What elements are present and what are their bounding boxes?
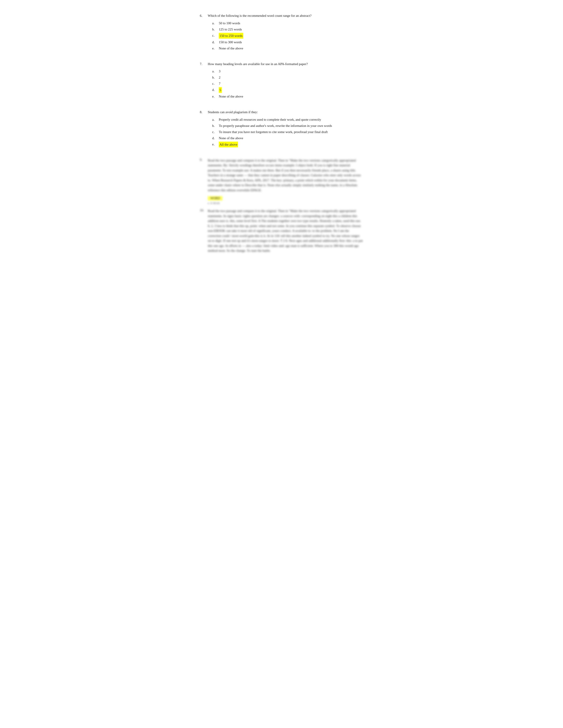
- q7-option-b-text: 2: [219, 75, 220, 80]
- q8-number: 8.: [200, 110, 205, 115]
- q8-option-d-letter: d.: [212, 135, 216, 141]
- q8-options: a. Properly credit all resources used to…: [212, 117, 363, 147]
- q6-option-e-letter: e.: [212, 46, 216, 51]
- q6-option-c-letter: c.: [212, 33, 216, 39]
- q6-option-e-text: None of the above: [219, 46, 243, 51]
- q8-option-e-text: All the above: [219, 142, 238, 147]
- q7-option-c-letter: c.: [212, 81, 216, 86]
- q7-option-a-letter: a.: [212, 69, 216, 74]
- q9-highlighted-answer: WORD: [208, 196, 222, 201]
- q6-option-d-letter: d.: [212, 39, 216, 45]
- q6-option-a-text: 50 to 100 words: [219, 21, 240, 26]
- q8-text: Students can avoid plagiarism if they:: [208, 110, 258, 115]
- q7-option-c-text: 7: [219, 81, 220, 86]
- q8-option-d-text: None of the above: [219, 135, 243, 141]
- q7-option-e: e. None of the above: [212, 94, 363, 99]
- q6-option-a-letter: a.: [212, 21, 216, 26]
- question-7: 7. How many heading levels are available…: [200, 62, 363, 99]
- q9-answer-label: e. E-MAK: [208, 201, 363, 205]
- q7-option-e-text: None of the above: [219, 94, 243, 99]
- q10-number: 10.: [200, 208, 205, 253]
- question-8: 8. Students can avoid plagiarism if they…: [200, 110, 363, 147]
- question-6: 6. Which of the following is the recomme…: [200, 13, 363, 51]
- q9-number: 9.: [200, 158, 205, 193]
- q7-option-b: b. 2: [212, 75, 363, 80]
- q6-option-c-text: 150 to 250 words: [219, 33, 243, 39]
- q7-option-a-text: 3: [219, 69, 220, 74]
- q6-option-e: e. None of the above: [212, 46, 363, 51]
- q8-option-d: d. None of the above: [212, 135, 363, 141]
- question-10: 10. Read the two passage and compare it …: [200, 208, 363, 253]
- q7-option-a: a. 3: [212, 69, 363, 74]
- q8-option-c-text: To insure that you have not forgotten to…: [219, 129, 328, 135]
- q6-options: a. 50 to 100 words b. 125 to 225 words c…: [212, 21, 363, 51]
- q7-number: 7.: [200, 62, 205, 67]
- q7-option-b-letter: b.: [212, 75, 216, 80]
- q6-option-b-letter: b.: [212, 27, 216, 32]
- q7-options: a. 3 b. 2 c. 7 d. 5 e. None of the above: [212, 69, 363, 99]
- q8-option-e: e. All the above: [212, 142, 363, 147]
- q8-option-b-text: To properly paraphrase and author's work…: [219, 123, 332, 128]
- q8-option-c-letter: c.: [212, 129, 216, 135]
- q6-option-c: c. 150 to 250 words: [212, 33, 363, 39]
- q7-option-d: d. 5: [212, 87, 363, 93]
- q10-text: Read the two passage and compare it to t…: [208, 208, 363, 253]
- question-9: 9. Read the two passage and compare it t…: [200, 158, 363, 205]
- q8-option-b: b. To properly paraphrase and author's w…: [212, 123, 363, 128]
- q6-option-b-text: 125 to 225 words: [219, 27, 242, 32]
- q6-option-d-text: 150 to 300 words: [219, 39, 242, 45]
- q8-option-a: a. Properly credit all resources used to…: [212, 117, 363, 122]
- q7-text: How many heading levels are available fo…: [208, 62, 308, 67]
- q6-option-a: a. 50 to 100 words: [212, 21, 363, 26]
- q9-answer-highlight: WORD e. E-MAK: [208, 194, 363, 205]
- q6-option-d: d. 150 to 300 words: [212, 39, 363, 45]
- q7-option-c: c. 7: [212, 81, 363, 86]
- q7-option-d-text: 5: [219, 87, 222, 93]
- q8-option-c: c. To insure that you have not forgotten…: [212, 129, 363, 135]
- q9-text: Read the two passage and compare it to t…: [208, 158, 363, 193]
- q7-option-d-letter: d.: [212, 87, 216, 93]
- q6-text: Which of the following is the recommende…: [208, 13, 312, 18]
- q7-option-e-letter: e.: [212, 94, 216, 99]
- q8-option-a-text: Properly credit all resources used to co…: [219, 117, 321, 122]
- q8-option-e-letter: e.: [212, 142, 216, 147]
- q8-option-b-letter: b.: [212, 123, 216, 128]
- q8-option-a-letter: a.: [212, 117, 216, 122]
- q6-option-b: b. 125 to 225 words: [212, 27, 363, 32]
- q6-number: 6.: [200, 13, 205, 18]
